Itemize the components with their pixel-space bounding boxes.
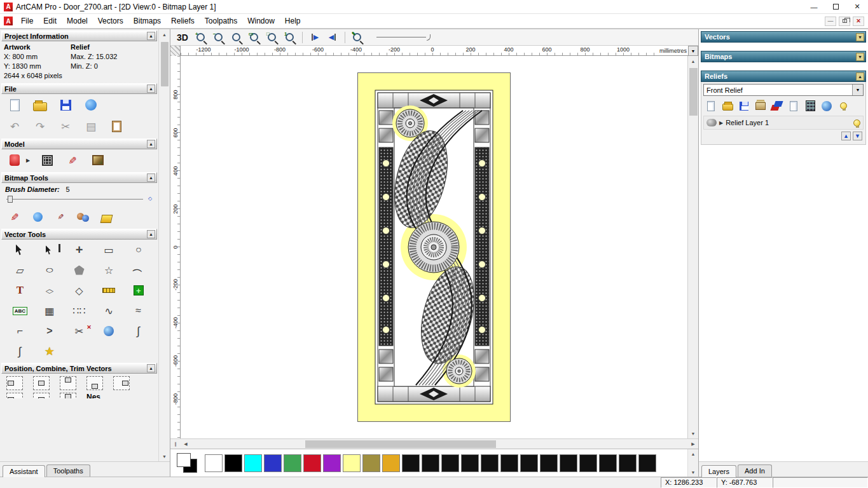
create-circle-tool[interactable]: ○ xyxy=(123,241,153,259)
slider-thumb[interactable] xyxy=(8,196,13,203)
pane-split-button[interactable]: ∥ xyxy=(170,439,181,449)
undo-button[interactable]: ↶ xyxy=(6,119,23,134)
relief-select-dropdown[interactable]: ▼ xyxy=(852,85,863,95)
mdi-close-button[interactable]: ✕ xyxy=(853,17,864,26)
save-model-button[interactable] xyxy=(57,97,74,112)
transform-vectors-tool[interactable]: + xyxy=(64,241,94,259)
menu-help[interactable]: Help xyxy=(280,15,306,27)
colour-swatch[interactable] xyxy=(224,454,242,472)
duplicate-layer-button[interactable] xyxy=(787,100,800,112)
colour-swatch[interactable] xyxy=(244,454,262,472)
colour-swatch[interactable] xyxy=(422,454,439,472)
tab-toolpaths[interactable]: Toolpaths xyxy=(46,464,90,477)
create-spline-tool[interactable]: ∫ xyxy=(123,322,153,340)
layer-visibility-bulb-icon[interactable] xyxy=(853,119,860,126)
colour-swatch[interactable] xyxy=(402,454,420,472)
section-profile-tool[interactable]: ∫ xyxy=(5,342,35,360)
menu-vectors[interactable]: Vectors xyxy=(93,15,128,27)
layer-expander-icon[interactable]: ▶ xyxy=(719,120,723,126)
menu-reliefs[interactable]: Reliefs xyxy=(166,15,200,27)
colour-swatch[interactable] xyxy=(638,454,656,472)
close-button[interactable]: ✕ xyxy=(846,0,868,13)
ruler-corner-box[interactable] xyxy=(170,46,181,56)
colours-button[interactable] xyxy=(75,209,92,224)
menu-bitmaps[interactable]: Bitmaps xyxy=(128,15,166,27)
mdi-minimize-button[interactable]: — xyxy=(825,17,836,26)
menu-window[interactable]: Window xyxy=(242,15,280,27)
bitmaps-expand-button[interactable]: ▼ xyxy=(856,53,864,61)
stack-reliefs-button[interactable] xyxy=(754,100,767,112)
menu-toolpaths[interactable]: Toolpaths xyxy=(200,15,242,27)
menu-file[interactable]: File xyxy=(16,15,38,27)
preview-relief-button[interactable] xyxy=(820,100,833,112)
flood-fill-button[interactable] xyxy=(29,209,46,224)
colour-swatch[interactable] xyxy=(303,454,321,472)
assistant-scrollbar[interactable]: ▲ ▼ xyxy=(158,29,170,461)
zoom-objects-button[interactable]: □ xyxy=(265,30,280,44)
colour-swatch[interactable] xyxy=(205,454,223,472)
toggle-visibility-button[interactable] xyxy=(837,100,850,112)
colour-swatch[interactable] xyxy=(540,454,558,472)
palette-scrollbar[interactable]: ▲ ▼ xyxy=(687,449,698,477)
scrollbar-thumb[interactable] xyxy=(305,440,496,448)
open-model-button[interactable] xyxy=(32,97,48,112)
sculpt-button[interactable]: ✎ xyxy=(64,152,81,168)
maximize-button[interactable] xyxy=(825,0,846,13)
rollup-button[interactable]: ▲ xyxy=(147,230,155,238)
flyout-arrow-icon[interactable]: ▶ xyxy=(26,158,30,163)
colour-swatch[interactable] xyxy=(323,454,341,472)
scroll-up-button[interactable]: ▲ xyxy=(688,449,698,458)
block-copy-tool[interactable]: ▦ xyxy=(35,302,65,320)
bitmaps-header[interactable]: Bitmaps ▼ xyxy=(701,51,866,62)
menu-model[interactable]: Model xyxy=(62,15,93,27)
draw-button[interactable]: ✎ xyxy=(52,209,69,224)
text-block-tool[interactable]: ABC xyxy=(5,302,35,320)
mdi-restore-button[interactable] xyxy=(839,17,850,26)
minimize-button[interactable]: — xyxy=(803,0,825,13)
weld-button[interactable] xyxy=(33,393,50,398)
colour-swatch[interactable] xyxy=(362,454,380,472)
zoom-drawing-button[interactable]: ✎ xyxy=(350,30,365,44)
rollup-button[interactable]: ▲ xyxy=(147,173,155,182)
paint-button[interactable]: ✎ xyxy=(6,209,23,224)
trim-tool[interactable]: ✂✕ xyxy=(64,322,94,340)
paste-along-curve-tool[interactable]: + xyxy=(123,281,153,299)
zoom-in-button[interactable]: + xyxy=(193,30,209,44)
create-rectangle-tool[interactable]: ▭ xyxy=(94,241,124,259)
import-model-button[interactable] xyxy=(83,97,99,112)
create-polygon-tool[interactable] xyxy=(64,261,94,279)
layer-name[interactable]: Relief Layer 1 xyxy=(726,119,851,126)
next-view-button[interactable]: ◀ xyxy=(325,30,340,44)
model-grid-button[interactable] xyxy=(39,152,55,168)
colour-swatch[interactable] xyxy=(500,454,518,472)
rollup-button[interactable]: ▲ xyxy=(147,85,155,93)
create-polyline-tool[interactable]: ▱ xyxy=(5,261,35,279)
drawing-canvas[interactable] xyxy=(181,56,687,438)
select-vectors-tool[interactable] xyxy=(5,241,35,259)
tab-add-in[interactable]: Add In xyxy=(738,464,772,477)
new-model-button[interactable] xyxy=(6,97,23,112)
nest-button[interactable]: Nes xyxy=(86,393,100,398)
vectors-header[interactable]: Vectors ▼ xyxy=(701,31,866,43)
scroll-up-button[interactable]: ▲ xyxy=(160,29,170,39)
document-icon[interactable]: A xyxy=(4,17,13,25)
scrollbar-thumb[interactable] xyxy=(161,42,169,86)
colour-swatch[interactable] xyxy=(382,454,400,472)
colour-swatch[interactable] xyxy=(481,454,499,472)
relief-layer-row[interactable]: ▶ Relief Layer 1 xyxy=(703,116,864,130)
save-relief-button[interactable] xyxy=(738,100,750,112)
zoom-page-button[interactable]: ▭ xyxy=(247,30,262,44)
create-text-tool[interactable]: T xyxy=(5,281,35,299)
scroll-down-button[interactable]: ▼ xyxy=(688,468,698,477)
node-edit-tool[interactable] xyxy=(35,241,65,259)
current-colours-indicator[interactable] xyxy=(177,453,200,473)
reliefs-collapse-button[interactable]: ▲ xyxy=(856,72,864,81)
canvas-vertical-scrollbar[interactable]: ▲ ▼ xyxy=(687,56,698,438)
brush-diameter-slider[interactable]: ◇ xyxy=(6,194,152,203)
canvas-horizontal-scrollbar[interactable]: ∥ ◀ ▶ xyxy=(170,438,698,449)
interactive-distort-tool[interactable] xyxy=(94,322,124,340)
paint-bucket-button[interactable] xyxy=(98,209,114,224)
combine-button[interactable] xyxy=(6,393,23,398)
units-dropdown[interactable]: ▼ xyxy=(688,46,698,56)
colour-swatch[interactable] xyxy=(264,454,282,472)
